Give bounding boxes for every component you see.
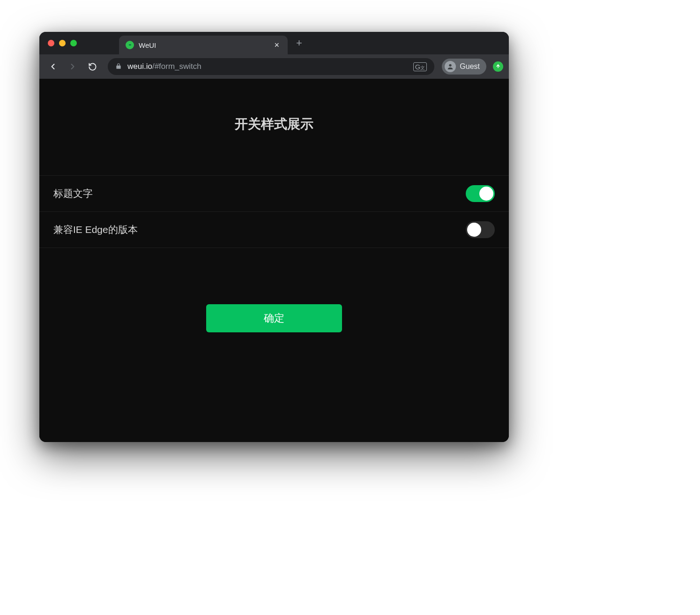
switch-cells: 标题文字 兼容IE Edge的版本 [39, 175, 509, 248]
reload-button[interactable] [84, 59, 100, 75]
address-bar[interactable]: weui.io/#form_switch G文 [108, 58, 434, 75]
browser-window: WeUI × + weui.io/#form_switch G文 [39, 32, 509, 442]
page-title: 开关样式展示 [39, 115, 509, 133]
browser-tab[interactable]: WeUI × [119, 36, 288, 54]
wechat-favicon-icon [126, 41, 134, 49]
forward-button[interactable] [65, 59, 81, 75]
back-button[interactable] [45, 59, 61, 75]
page-viewport: 开关样式展示 标题文字 兼容IE Edge的版本 确定 [39, 79, 509, 442]
url-text: weui.io/#form_switch [127, 62, 201, 71]
minimize-window-button[interactable] [59, 40, 66, 46]
avatar-icon [445, 61, 456, 72]
close-window-button[interactable] [48, 40, 54, 46]
page: 开关样式展示 标题文字 兼容IE Edge的版本 确定 [39, 79, 509, 332]
profile-label: Guest [460, 62, 480, 71]
lock-icon [115, 63, 122, 71]
tab-strip: WeUI × + [39, 32, 509, 54]
switch-knob [467, 223, 481, 237]
window-controls [48, 40, 77, 46]
submit-button[interactable]: 确定 [206, 304, 342, 332]
switch-title-text[interactable] [466, 185, 495, 202]
url-path: /#form_switch [152, 62, 201, 71]
switch-ie-edge[interactable] [466, 221, 495, 238]
tab-title: WeUI [139, 41, 268, 49]
switch-knob [479, 187, 493, 201]
svg-point-0 [449, 64, 452, 67]
extension-badge-icon[interactable] [493, 61, 503, 72]
translate-icon[interactable]: G文 [413, 62, 427, 71]
cell-label: 兼容IE Edge的版本 [53, 223, 138, 236]
url-host: weui.io [127, 62, 152, 71]
cell-label: 标题文字 [53, 187, 93, 200]
new-tab-button[interactable]: + [296, 37, 302, 49]
close-tab-button[interactable]: × [272, 40, 281, 50]
maximize-window-button[interactable] [70, 40, 77, 46]
button-area: 确定 [39, 304, 509, 332]
browser-toolbar: weui.io/#form_switch G文 Guest [39, 54, 509, 79]
switch-cell-ie-edge: 兼容IE Edge的版本 [39, 212, 509, 248]
switch-cell-title-text: 标题文字 [39, 176, 509, 212]
profile-chip[interactable]: Guest [442, 59, 486, 75]
